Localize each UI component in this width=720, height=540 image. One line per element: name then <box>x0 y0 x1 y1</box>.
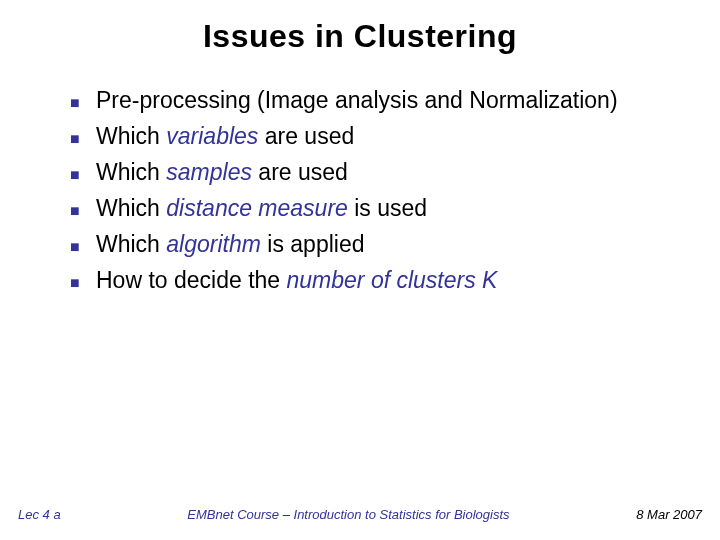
list-item: ■ Which algorithm is applied <box>68 227 670 261</box>
list-item: ■ How to decide the number of clusters K <box>68 263 670 297</box>
bullet-list: ■ Pre-processing (Image analysis and Nor… <box>0 55 720 297</box>
footer-right: 8 Mar 2007 <box>636 507 702 522</box>
bullet-icon: ■ <box>68 83 96 115</box>
list-item-text: Pre-processing (Image analysis and Norma… <box>96 83 670 117</box>
list-item-text: Which samples are used <box>96 155 670 189</box>
list-item-text: How to decide the number of clusters K <box>96 263 670 297</box>
footer: Lec 4 a EMBnet Course – Introduction to … <box>0 507 720 522</box>
bullet-icon: ■ <box>68 263 96 295</box>
list-item-text: Which distance measure is used <box>96 191 670 225</box>
bullet-icon: ■ <box>68 227 96 259</box>
footer-left: Lec 4 a <box>18 507 61 522</box>
bullet-icon: ■ <box>68 191 96 223</box>
list-item: ■ Which distance measure is used <box>68 191 670 225</box>
list-item: ■ Which variables are used <box>68 119 670 153</box>
slide: Issues in Clustering ■ Pre-processing (I… <box>0 0 720 540</box>
list-item: ■ Which samples are used <box>68 155 670 189</box>
list-item-text: Which algorithm is applied <box>96 227 670 261</box>
bullet-icon: ■ <box>68 119 96 151</box>
slide-title: Issues in Clustering <box>0 0 720 55</box>
list-item: ■ Pre-processing (Image analysis and Nor… <box>68 83 670 117</box>
footer-center: EMBnet Course – Introduction to Statisti… <box>61 507 637 522</box>
bullet-icon: ■ <box>68 155 96 187</box>
list-item-text: Which variables are used <box>96 119 670 153</box>
